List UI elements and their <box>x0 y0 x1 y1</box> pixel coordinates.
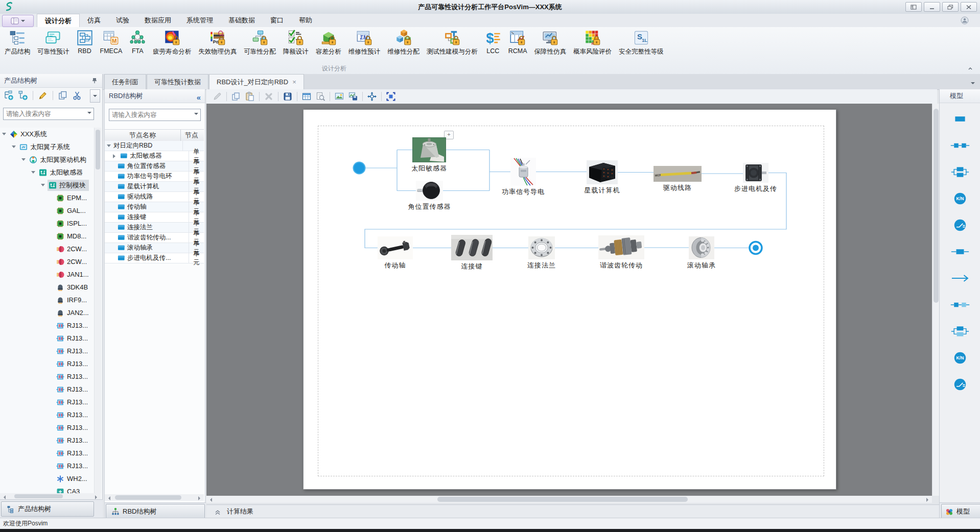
palette-item-standby[interactable] <box>940 212 980 238</box>
ribbon-button[interactable]: ΣM维修性预计 <box>345 27 384 56</box>
column-node-name[interactable]: 节点名称 <box>105 130 181 141</box>
tree-horizontal-scrollbar[interactable] <box>0 493 101 499</box>
tree-item[interactable]: RJ13... <box>0 460 94 472</box>
user-icon[interactable] <box>961 16 969 25</box>
ribbon-button[interactable]: $LCC <box>481 27 505 55</box>
menu-item[interactable]: 帮助 <box>291 14 320 27</box>
palette-item-kn-alt[interactable]: K/N <box>940 345 980 371</box>
calc-results-bar[interactable]: 计算结果 <box>206 504 946 518</box>
tab-close-icon[interactable]: × <box>292 78 296 86</box>
ribbon-button[interactable]: 容差分析 <box>312 27 345 56</box>
ribbon-button[interactable]: RCMA <box>505 27 531 55</box>
expander-icon[interactable] <box>107 144 111 149</box>
tree-item[interactable]: RJ13... <box>0 396 94 408</box>
table-horizontal-scrollbar[interactable] <box>105 494 204 501</box>
ribbon-button[interactable]: MFMECA <box>97 27 126 55</box>
tree-item[interactable]: RJ13... <box>0 370 94 383</box>
menu-item[interactable]: 试验 <box>108 14 137 27</box>
drive-circuit-photo[interactable] <box>654 166 702 182</box>
add-sibling-button[interactable] <box>3 90 14 101</box>
menu-item[interactable]: 仿真 <box>80 14 108 27</box>
tree-item[interactable]: RJ13... <box>0 345 94 357</box>
center-button[interactable] <box>366 91 378 102</box>
palette-item-standby-alt[interactable] <box>940 371 980 398</box>
tree-item[interactable]: 2CW... <box>0 243 94 255</box>
stepper-motor-photo[interactable] <box>743 163 768 183</box>
expander-icon[interactable] <box>21 158 26 163</box>
tree-item[interactable]: RJ13... <box>0 434 94 447</box>
computer-photo[interactable] <box>587 160 618 184</box>
maximize-button[interactable] <box>942 2 959 12</box>
tree-item[interactable]: RJ13... <box>0 357 94 370</box>
palette-item-series-alt[interactable] <box>940 292 980 318</box>
flange-photo[interactable] <box>528 236 555 259</box>
menu-item[interactable]: 数据应用 <box>137 14 179 27</box>
tree-item[interactable]: 太阳翼驱动机构 <box>0 153 94 166</box>
pencil-button[interactable] <box>37 90 49 101</box>
expander-icon[interactable] <box>41 184 45 188</box>
tree-item[interactable]: GAL... <box>0 204 94 217</box>
palette-item-node-block[interactable] <box>940 238 980 265</box>
angle-sensor-photo[interactable] <box>416 181 443 201</box>
delete-button[interactable] <box>263 91 274 102</box>
tree-item[interactable]: IRF9... <box>0 294 94 306</box>
palette-item-parallel[interactable] <box>940 159 980 185</box>
edit-disabled-button[interactable] <box>212 91 223 102</box>
menu-item[interactable]: 系统管理 <box>179 14 221 27</box>
tree-item[interactable]: RJ13... <box>0 319 94 332</box>
collapse-panel-button[interactable]: « <box>197 91 201 104</box>
paste-button[interactable] <box>244 91 255 102</box>
tree-item[interactable]: 2CW... <box>0 255 94 268</box>
dock-tab-rbd-tree[interactable]: RBD结构树 <box>106 504 205 519</box>
ribbon-button[interactable]: 产品结构 <box>1 27 34 56</box>
tree-item[interactable]: RJ13... <box>0 447 94 460</box>
menu-item[interactable]: 基础数据 <box>221 14 263 27</box>
tree-item[interactable]: XXX系统 <box>0 128 94 140</box>
palette-item-block[interactable] <box>940 106 980 132</box>
expander-icon[interactable] <box>12 146 16 150</box>
palette-item-kn[interactable]: K/N <box>940 185 980 212</box>
diagram-page[interactable]: + 太阳敏感器角位置传感器功率信号导电星载计算机驱动线路步进电机及传传动轴连接键… <box>303 109 836 490</box>
document-tab[interactable]: RBD设计_对日定向RBD× <box>209 74 304 89</box>
tree-item[interactable]: RJ13... <box>0 421 94 434</box>
tab-list-button[interactable] <box>971 82 975 86</box>
ribbon-button[interactable]: 保障性仿真 <box>531 27 570 56</box>
column-node-type[interactable]: 节点 <box>181 130 204 141</box>
tree-item[interactable]: EPM... <box>0 191 94 204</box>
image-button[interactable] <box>334 91 345 102</box>
ribbon-button[interactable]: 可靠性预计 <box>34 27 73 56</box>
sun-sensor-photo[interactable] <box>412 137 446 162</box>
app-menu-button[interactable] <box>2 15 34 27</box>
minimize-button[interactable] <box>924 2 940 12</box>
canvas-horizontal-scrollbar[interactable] <box>206 496 932 503</box>
connect-key-photo[interactable] <box>451 235 493 260</box>
ribbon-button[interactable]: RBD <box>73 27 97 55</box>
harmonic-gear-photo[interactable] <box>598 235 644 259</box>
chevron-down-icon[interactable] <box>194 113 198 117</box>
tree-item[interactable]: RJ13... <box>0 408 94 421</box>
menu-item[interactable]: 窗口 <box>263 14 291 27</box>
ribbon-button[interactable]: S1L安全完整性等级 <box>615 27 667 56</box>
chevron-down-icon[interactable] <box>87 112 91 116</box>
node-table-row[interactable]: 步进电机及传...单元 <box>105 253 204 263</box>
diagram-canvas[interactable]: + 太阳敏感器角位置传感器功率信号导电星载计算机驱动线路步进电机及传传动轴连接键… <box>206 104 932 496</box>
preview-button[interactable] <box>315 91 326 102</box>
menu-item[interactable]: 设计分析 <box>37 14 80 27</box>
cut-button[interactable] <box>72 90 83 101</box>
ribbon-button[interactable]: FTA <box>126 27 149 55</box>
slip-ring-photo[interactable] <box>510 158 536 186</box>
tree-item[interactable]: 太阳翼子系统 <box>0 140 94 153</box>
tree-item[interactable]: CA3 <box>0 485 94 493</box>
tree-item[interactable]: 太阳敏感器 <box>0 166 94 179</box>
palette-item-parallel-alt[interactable] <box>940 318 980 345</box>
layout-button[interactable] <box>905 2 922 12</box>
copy-button[interactable] <box>230 91 242 102</box>
palette-item-series[interactable] <box>940 132 980 159</box>
ribbon-button[interactable]: 维修性分配 <box>384 27 423 56</box>
ribbon-button[interactable]: RIS概率风险评价 <box>570 27 615 56</box>
expander-icon[interactable] <box>31 171 35 176</box>
dock-tab-model[interactable]: 模型 <box>941 504 980 519</box>
add-child-button[interactable] <box>17 90 29 101</box>
tree-item[interactable]: JAN2... <box>0 306 94 319</box>
search-input[interactable] <box>4 110 87 117</box>
